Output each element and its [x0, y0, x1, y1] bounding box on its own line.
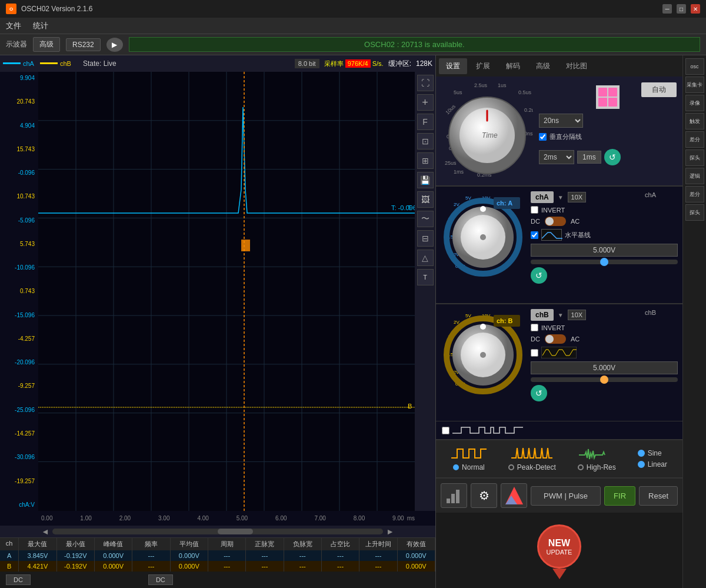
tab-extend[interactable]: 扩展	[469, 58, 497, 74]
oscilloscope-area: chA chB State: Live 8.0 bit 采样率 976K/4 S…	[0, 55, 435, 588]
scrollbar[interactable]: ◄ ►	[0, 526, 435, 537]
side-trigger-button[interactable]: 触发	[685, 113, 704, 129]
chb-coupling-toggle[interactable]	[545, 334, 566, 344]
normal-radio[interactable]	[453, 464, 459, 470]
header-avg: 平均值	[171, 538, 208, 550]
vertical-divider-checkbox[interactable]	[539, 133, 547, 141]
pulse-pattern-checkbox[interactable]	[442, 427, 449, 434]
side-osc-button[interactable]: osc	[685, 58, 704, 75]
x-label-5: 5.00	[237, 515, 248, 521]
side-record-button[interactable]: 录像	[685, 95, 704, 111]
titlebar: O OSCH02 Version 2.1.6 ─ □ ✕	[0, 0, 706, 18]
scroll-right[interactable]: ►	[383, 527, 397, 536]
zoom-in-button[interactable]: +	[417, 94, 434, 111]
tab-advanced[interactable]: 高级	[529, 58, 557, 74]
chb-refresh-button[interactable]: ↺	[531, 385, 547, 401]
highres-label: High-Res	[587, 463, 616, 471]
side-diff-button[interactable]: 差分	[685, 131, 704, 148]
chb-controls: chB ▼ 10X INVERT DC AC	[531, 309, 678, 416]
close-button[interactable]: ✕	[691, 4, 700, 14]
chb-toggle-button[interactable]: chB	[531, 309, 554, 321]
maximize-button[interactable]: □	[677, 4, 686, 14]
chb-section: chB 5V 2V 1V 0.5V 0.2V 0.1V 10V 20V	[436, 303, 682, 421]
scroll-left[interactable]: ◄	[38, 527, 52, 536]
fullscreen-button[interactable]: ⛶	[417, 75, 434, 91]
t-label-button[interactable]: T	[417, 269, 434, 285]
chb-chevron[interactable]: ▼	[557, 311, 565, 320]
tab-compare[interactable]: 对比图	[559, 58, 594, 74]
chb-multiplier[interactable]: 10X	[568, 310, 587, 320]
menu-stats[interactable]: 统计	[33, 21, 48, 31]
dc-button-A[interactable]: DC	[6, 574, 31, 585]
cha-coupling-toggle[interactable]	[545, 217, 566, 226]
chb-invert-checkbox[interactable]	[531, 324, 538, 331]
app-logo: O	[6, 4, 16, 14]
grid-button[interactable]: ⊞	[417, 152, 434, 169]
color-grid-icon[interactable]	[596, 85, 620, 109]
cell-B-max: 4.421V	[19, 561, 56, 572]
advanced-button[interactable]: 高级	[33, 37, 60, 52]
svg-text:25us: 25us	[445, 160, 457, 166]
peak-label-row: Peak-Detect	[508, 463, 556, 471]
triangle-button[interactable]: △	[417, 250, 434, 266]
side-capture-button[interactable]: 采集卡	[685, 77, 704, 93]
time-select-2[interactable]: 2ms1ms	[539, 150, 574, 164]
table-button[interactable]: ⊟	[417, 230, 434, 247]
fir-button[interactable]: FIR	[604, 486, 635, 506]
side-logic-button[interactable]: 逻辑	[685, 168, 704, 184]
header-max: 最大值	[19, 538, 56, 550]
time-value-row: 2ms1ms 1ms ↺	[539, 149, 677, 165]
peak-radio[interactable]	[508, 464, 514, 470]
scroll-track[interactable]	[52, 529, 383, 534]
update-badge[interactable]: NEW UPDATE	[537, 524, 581, 579]
sine-radio[interactable]	[638, 450, 645, 457]
bar-chart-button[interactable]	[441, 483, 467, 508]
wave-type-button[interactable]: 〜	[417, 211, 434, 227]
menu-file[interactable]: 文件	[6, 21, 21, 31]
chb-baseline-checkbox[interactable]	[531, 349, 538, 357]
gear-button[interactable]: ⚙	[471, 483, 497, 508]
side-probe2-button[interactable]: 探头	[685, 204, 704, 221]
cha-multiplier[interactable]: 10X	[568, 192, 587, 202]
dc-button-B[interactable]: DC	[148, 574, 173, 585]
chb-volt-slider[interactable]	[531, 377, 678, 382]
image-button[interactable]: 🖼	[417, 191, 434, 208]
waveform-display[interactable]: T: -0.096 V T B	[38, 72, 415, 511]
auto-button[interactable]: 自动	[641, 82, 677, 97]
y-label-0: 9.904	[1, 75, 37, 81]
cha-toggle-button[interactable]: chA	[531, 191, 554, 203]
side-probe-button[interactable]: 探头	[685, 150, 704, 166]
tab-settings[interactable]: 设置	[439, 58, 467, 74]
time-refresh-button[interactable]: ↺	[604, 149, 621, 165]
cell-A-duty: ---	[322, 550, 359, 561]
color-chart-button[interactable]	[501, 483, 527, 508]
app-title: OSCH02 Version 2.1.6	[21, 5, 92, 13]
dc-row: DC DC	[0, 572, 435, 588]
svg-rect-71	[447, 499, 450, 503]
tab-decode[interactable]: 解码	[499, 58, 527, 74]
time-select-1[interactable]: 20ns1us10us1ms	[539, 114, 583, 128]
cha-invert-checkbox[interactable]	[531, 206, 538, 214]
cha-indicator: chA	[3, 60, 34, 67]
reset-button[interactable]: Reset	[639, 486, 678, 506]
minimize-button[interactable]: ─	[662, 4, 672, 14]
play-button[interactable]: ▶	[106, 38, 123, 52]
measure-button[interactable]: F	[417, 114, 434, 130]
cha-refresh-button[interactable]: ↺	[531, 267, 547, 284]
wave-toolbar: ⛶ + F ⊡ ⊞ 💾 🖼 〜 ⊟ △ T	[415, 72, 435, 511]
state-label: State: Live	[83, 59, 116, 68]
side-diff2-button[interactable]: 差分	[685, 186, 704, 202]
cha-chevron[interactable]: ▼	[557, 193, 565, 202]
highres-radio[interactable]	[578, 464, 584, 470]
cursor-button[interactable]: ⊡	[417, 133, 434, 150]
cha-volt-slider[interactable]	[531, 260, 678, 264]
rs232-button[interactable]: RS232	[66, 38, 101, 51]
cha-baseline-checkbox[interactable]	[531, 231, 538, 239]
linear-radio[interactable]	[638, 461, 645, 468]
time-section: 10us 5us 2.5us 1us 0.5us 0.2us 20ns 25us…	[436, 77, 682, 185]
scroll-thumb[interactable]	[218, 529, 253, 534]
cha-invert-label: INVERT	[541, 207, 565, 214]
pwm-pulse-button[interactable]: PWM | Pulse	[531, 486, 601, 506]
save-wave-button[interactable]: 💾	[417, 172, 434, 188]
channel-header: chA chB State: Live 8.0 bit 采样率 976K/4 S…	[0, 55, 435, 72]
